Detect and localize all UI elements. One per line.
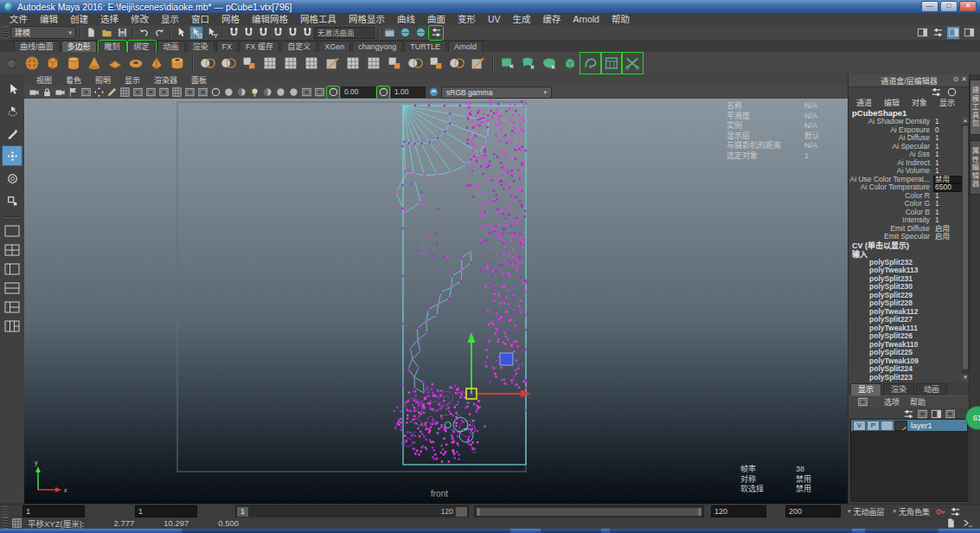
tool-settings-icon[interactable]	[931, 26, 945, 40]
exposure-field[interactable]: 0.00	[341, 87, 375, 98]
layout-split-tb[interactable]	[2, 279, 22, 297]
range-slider[interactable]	[474, 505, 704, 518]
gamma-icon[interactable]	[377, 87, 389, 99]
layout-custom[interactable]	[2, 318, 22, 335]
section-grip[interactable]	[3, 27, 8, 38]
bend-surface-icon[interactable]	[518, 53, 539, 74]
snap-to-view-plane-icon[interactable]	[285, 26, 299, 40]
menu-item[interactable]: 编辑网格	[246, 13, 294, 25]
panel-menu-item[interactable]: 面板	[184, 74, 214, 86]
menu-item[interactable]: 网格	[215, 13, 246, 25]
animation-start-field[interactable]: 1	[22, 505, 85, 517]
shelf-tab[interactable]: 绑定	[128, 41, 156, 52]
shelf-tab[interactable]: 渲染	[187, 41, 215, 52]
view-transform-dropdown[interactable]: sRGB gamma▾	[441, 87, 552, 99]
channel-attribute-row[interactable]: Ai Shadow Density 1	[849, 118, 970, 126]
poly-plane-icon[interactable]	[105, 53, 125, 74]
anim-layer-dropdown[interactable]: ▾ 无动画层	[848, 506, 885, 517]
playback-end-field[interactable]: 120	[711, 505, 766, 517]
scroll-up-icon[interactable]: ▲	[962, 117, 969, 124]
make-live-icon[interactable]	[300, 26, 314, 40]
snap-to-curve-icon[interactable]	[241, 26, 255, 40]
close-button[interactable]: ✕	[959, 1, 977, 12]
layer-display-type-toggle[interactable]	[881, 421, 894, 431]
mirror-geometry-icon[interactable]	[446, 53, 467, 74]
panel-menu-item[interactable]: 视图	[29, 74, 59, 86]
poly-torus-icon[interactable]	[125, 53, 146, 74]
select-camera-icon[interactable]	[28, 87, 40, 99]
menu-item[interactable]: 曲线	[391, 13, 421, 25]
channel-attribute-row[interactable]: Color B 1	[849, 209, 970, 217]
menu-item[interactable]: 选择	[94, 13, 125, 25]
menu-item[interactable]: 文件	[3, 13, 34, 25]
gamma-field[interactable]: 1.00	[391, 87, 426, 98]
new-scene-icon[interactable]	[84, 26, 98, 40]
field-chart-icon[interactable]	[170, 87, 183, 99]
safe-title-icon[interactable]	[196, 87, 208, 99]
layer-name[interactable]: layer1	[908, 421, 932, 430]
channel-box-menu-item[interactable]: 通道	[850, 97, 878, 108]
channel-attribute-row[interactable]: Intensity 1	[849, 216, 970, 225]
menu-item[interactable]: 修改	[125, 13, 155, 25]
textured-mode-icon[interactable]	[235, 87, 247, 99]
modeling-toolkit[interactable]	[962, 26, 976, 40]
save-scene-icon[interactable]	[115, 26, 129, 40]
ipr-render-icon[interactable]	[413, 26, 427, 40]
menu-item[interactable]: 编辑	[34, 13, 64, 25]
shelf-tab[interactable]: 多边形	[61, 41, 97, 52]
select-tool[interactable]	[2, 78, 22, 99]
bridge-icon[interactable]	[405, 53, 426, 74]
node-name[interactable]: pCubeShape1	[849, 108, 970, 118]
snap-to-grid-icon[interactable]	[227, 26, 240, 40]
resolution-gate-icon[interactable]	[144, 87, 157, 99]
select-object-icon[interactable]	[189, 26, 203, 40]
grease-pencil-icon[interactable]	[106, 87, 118, 99]
poly-pyramid-icon[interactable]	[146, 53, 167, 74]
channel-attribute-row[interactable]: Emit Diffuse 启用	[849, 225, 970, 234]
bevel-icon[interactable]	[384, 53, 405, 74]
shelf-tab[interactable]: FX 缓存	[240, 41, 279, 52]
cut-geometry-icon[interactable]	[622, 53, 643, 74]
camera-attributes-icon[interactable]	[54, 87, 66, 99]
menu-item[interactable]: 生成	[507, 13, 537, 25]
channel-box-scrollbar[interactable]: ▲ ▼	[962, 117, 969, 381]
exposure-icon[interactable]	[327, 87, 339, 99]
shelf-tab[interactable]: 雕刻	[99, 41, 126, 52]
x-ray-icon[interactable]	[313, 87, 325, 99]
safe-action-icon[interactable]	[183, 87, 195, 99]
reduce-icon[interactable]	[467, 53, 488, 74]
channel-attribute-row[interactable]: Ai Indirect 1	[849, 159, 970, 168]
sidebar-vertical-tab[interactable]: 属性编辑器	[970, 140, 980, 196]
create-override-layer-icon[interactable]	[944, 408, 956, 420]
layer-options-icon[interactable]	[902, 408, 914, 420]
gate-mask-icon[interactable]	[157, 87, 170, 99]
panel-menu-item[interactable]: 着色	[59, 74, 88, 86]
insert-edge-loop-icon[interactable]	[343, 53, 363, 74]
panel-menu-item[interactable]: 显示	[118, 74, 147, 86]
extrude-icon[interactable]	[426, 53, 446, 74]
render-view-icon[interactable]	[382, 26, 396, 40]
menu-item[interactable]: 窗口	[185, 13, 215, 25]
menu-item[interactable]: 帮助	[605, 13, 636, 25]
shelf-tab[interactable]: 曲线/曲面	[14, 41, 60, 52]
select-hierarchy-icon[interactable]	[174, 26, 188, 40]
layout-three-pane[interactable]	[2, 299, 22, 316]
layer-row[interactable]: V P layer1	[851, 420, 967, 431]
move-tool[interactable]	[2, 145, 22, 166]
close-icon[interactable]: ✕	[961, 75, 967, 83]
2d-pan-zoom-icon[interactable]	[93, 87, 105, 99]
offset-edge-loop-icon[interactable]	[363, 53, 384, 74]
menu-item[interactable]: Arnold	[567, 13, 605, 25]
taskbar-window-button[interactable]	[610, 529, 852, 533]
scroll-down-icon[interactable]: ▼	[962, 374, 969, 381]
grid-icon[interactable]	[118, 87, 131, 99]
layer-color-swatch[interactable]	[894, 421, 907, 431]
lasso-select-tool[interactable]	[2, 100, 22, 121]
range-bar[interactable]	[477, 508, 701, 516]
layer-editor-tab[interactable]: 显示	[850, 383, 881, 395]
motion-blur-icon[interactable]	[287, 87, 299, 99]
shelf-tab[interactable]: FX	[216, 41, 239, 52]
attribute-editor-icon[interactable]	[915, 26, 929, 40]
channel-attribute-row[interactable]: Ai Diffuse 1	[849, 134, 970, 143]
poly-cone-icon[interactable]	[84, 53, 105, 74]
